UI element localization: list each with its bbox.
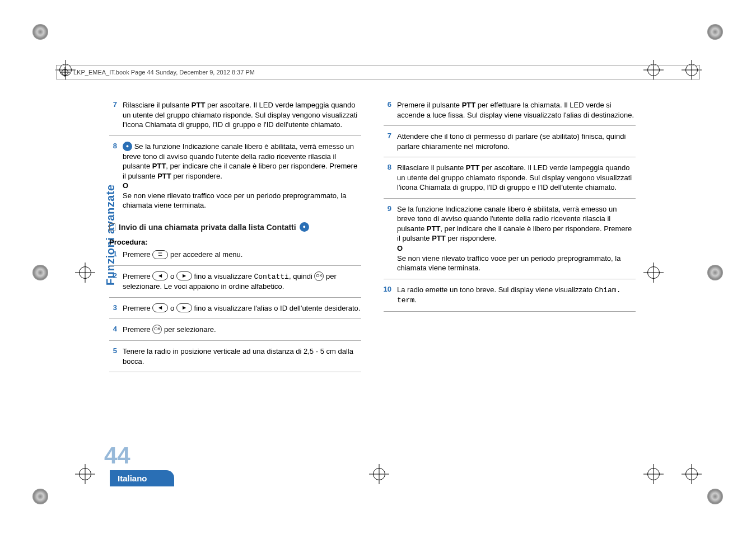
step-4: 4 Premere OK per selezionare.	[109, 322, 361, 339]
divider	[384, 157, 636, 157]
print-registration-mark	[706, 487, 725, 506]
step-3: 3 Premere o fino a visualizzare l'alias …	[109, 301, 361, 318]
step-8-right: 8 Rilasciare il pulsante PTT per ascolta…	[384, 161, 636, 197]
nav-left-icon	[152, 271, 168, 280]
print-crosshair-icon	[644, 465, 663, 484]
print-registration-mark	[31, 487, 50, 506]
info-icon: ●	[123, 142, 132, 151]
info-icon: ●	[300, 222, 309, 232]
step-1: 1 Premere ☰ per accedere al menu.	[109, 247, 361, 264]
step-number: 5	[109, 346, 117, 366]
divider	[384, 311, 636, 312]
step-6-right: 6 Premere il pulsante PTT per effettuare…	[384, 98, 636, 124]
divider	[384, 279, 636, 279]
print-registration-mark	[706, 22, 725, 41]
nav-right-icon	[176, 303, 192, 312]
document-icon	[109, 223, 115, 231]
header-text: LKP_EMEA_IT.book Page 44 Sunday, Decembe…	[73, 69, 255, 76]
print-crosshair-icon	[370, 465, 389, 484]
step-number: 9	[384, 204, 391, 273]
step-number: 3	[109, 303, 117, 313]
print-crosshair-icon	[76, 263, 95, 282]
procedure-label: Procedura:	[109, 238, 361, 246]
step-number: 8	[384, 163, 391, 193]
step-number: 10	[380, 285, 391, 306]
ok-button-icon: OK	[152, 325, 162, 334]
step-5: 5 Tenere la radio in posizione verticale…	[109, 344, 361, 371]
divider	[384, 125, 636, 126]
section-heading: Invio di una chiamata privata dalla list…	[109, 223, 361, 232]
divider	[109, 135, 361, 136]
language-tab: Italiano	[110, 470, 174, 486]
step-number: 4	[109, 325, 117, 335]
step-9-right: 9 Se la funzione Indicazione canale libe…	[384, 202, 636, 278]
print-registration-mark	[31, 22, 50, 41]
divider	[109, 372, 361, 372]
print-registration-mark	[31, 263, 50, 282]
menu-button-icon: ☰	[152, 250, 168, 259]
nav-left-icon	[152, 303, 168, 312]
left-column: 7 Rilasciare il pulsante PTT per ascolta…	[109, 98, 361, 423]
page-content: 7 Rilasciare il pulsante PTT per ascolta…	[109, 98, 636, 423]
step-10-right: 10 La radio emette un tono breve. Sul di…	[384, 283, 636, 310]
nav-right-icon	[176, 271, 192, 280]
divider	[384, 198, 636, 199]
page-header-metadata: LKP_EMEA_IT.book Page 44 Sunday, Decembe…	[56, 65, 700, 79]
step-number: 7	[384, 132, 391, 151]
print-registration-mark	[706, 263, 725, 282]
ok-button-icon: OK	[314, 271, 324, 281]
print-crosshair-icon	[76, 465, 95, 484]
step-number: 8	[109, 142, 117, 210]
page-number: 44	[104, 442, 130, 469]
step-7-left: 7 Rilasciare il pulsante PTT per ascolta…	[109, 98, 361, 134]
step-number: 7	[109, 100, 117, 130]
step-7-right: 7 Attendere che il tono di permesso di p…	[384, 129, 636, 156]
step-8-left: 8 ● Se la funzione Indicazione canale li…	[109, 139, 361, 215]
divider	[109, 340, 361, 341]
divider	[109, 318, 361, 319]
print-crosshair-icon	[644, 263, 663, 282]
step-number: 1	[109, 250, 117, 260]
step-number: 6	[384, 100, 391, 120]
right-column: 6 Premere il pulsante PTT per effettuare…	[384, 98, 636, 423]
step-2: 2 Premere o fino a visualizzare Contatti…	[109, 269, 361, 296]
divider	[109, 297, 361, 298]
divider	[109, 265, 361, 266]
print-crosshair-icon	[682, 465, 701, 484]
step-number: 2	[109, 271, 117, 292]
